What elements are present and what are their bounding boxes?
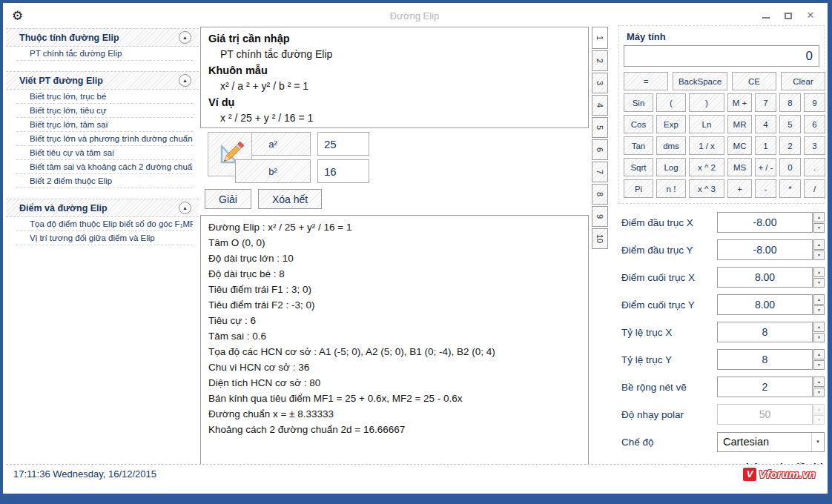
setting-value-input[interactable]: 8 (717, 349, 813, 370)
mode-select[interactable]: Cartesian ▼ (717, 432, 825, 452)
calc-button[interactable]: Exp (656, 115, 686, 133)
results-panel[interactable]: Đường Elip : x² / 25 + y² / 16 = 1Tâm O … (200, 215, 589, 477)
calc-button[interactable]: 0 (779, 158, 801, 176)
calc-button[interactable]: Log (656, 158, 686, 176)
calc-button[interactable]: 2 (779, 136, 801, 155)
calc-button[interactable]: ) (689, 93, 724, 112)
setting-value-input[interactable]: 8 (717, 322, 813, 342)
sidebar-section-header[interactable]: Viết PT đường Elip ▲ (6, 71, 199, 90)
calc-button[interactable]: M + (727, 93, 752, 112)
calc-button[interactable]: . (804, 158, 825, 176)
spin-down-icon[interactable]: ▼ (813, 333, 825, 343)
calc-button[interactable]: 4 (755, 115, 776, 133)
sidebar-item[interactable]: Tọa độ điểm thuộc Elip biết số đo góc F₁… (16, 217, 193, 231)
setting-value-input[interactable]: 50 (717, 404, 813, 425)
calc-button[interactable]: Ln (689, 115, 724, 133)
sidebar-item[interactable]: Biết trục lớn, tiêu cự (16, 104, 193, 118)
a-squared-input[interactable] (317, 132, 369, 156)
calc-button[interactable]: BackSpace (673, 72, 727, 90)
spin-up-icon[interactable]: ▲ (813, 349, 825, 359)
calc-button[interactable]: 7 (755, 93, 776, 112)
spin-up-icon[interactable]: ▲ (813, 294, 825, 305)
calc-button[interactable]: 8 (779, 93, 801, 112)
page-tab[interactable]: 7 (592, 162, 608, 182)
calc-button[interactable]: = (624, 72, 668, 90)
spin-down-icon[interactable]: ▼ (813, 278, 825, 288)
page-tab[interactable]: 8 (592, 184, 608, 205)
sidebar-item[interactable]: PT chính tắc đường Elip (16, 47, 193, 61)
calc-button[interactable]: MS (727, 158, 752, 176)
sidebar-item[interactable]: Biết trục lớn và phương trình đường chuẩ… (16, 132, 193, 146)
spin-up-icon[interactable]: ▲ (813, 212, 825, 222)
sidebar-item[interactable]: Biết tâm sai và khoảng cách 2 đường chuẩ… (16, 160, 193, 174)
spin-down-icon[interactable]: ▼ (813, 251, 825, 261)
sidebar-item[interactable]: Biết trục lớn, trục bé (16, 90, 193, 104)
solve-button[interactable]: Giải (205, 189, 251, 209)
calc-button[interactable]: 1 / x (689, 136, 724, 155)
spin-up-icon[interactable]: ▲ (813, 404, 825, 414)
calc-button[interactable]: MC (727, 136, 752, 155)
calc-button[interactable]: CE (732, 72, 776, 90)
calc-button[interactable]: n ! (656, 179, 686, 198)
calc-button[interactable]: Tan (624, 136, 653, 155)
setting-value-input[interactable]: -8.00 (717, 212, 813, 233)
sidebar-item[interactable]: Vị trí tương đối giữa điểm và Elip (16, 231, 193, 245)
calc-button[interactable]: Pi (624, 179, 653, 198)
calc-button[interactable]: 5 (779, 115, 801, 133)
calc-button[interactable]: MR (727, 115, 752, 133)
calc-button[interactable]: x ^ 3 (689, 179, 724, 198)
spin-down-icon[interactable]: ▼ (813, 223, 825, 233)
spin-up-icon[interactable]: ▲ (813, 377, 825, 387)
spin-up-icon[interactable]: ▲ (813, 322, 825, 332)
spinner: ▲ ▼ (813, 377, 825, 397)
calc-button[interactable]: ( (656, 93, 686, 112)
calc-button[interactable]: - (755, 179, 776, 198)
spin-down-icon[interactable]: ▼ (813, 360, 825, 371)
calc-button[interactable]: + / - (755, 158, 776, 176)
page-tab[interactable]: 2 (592, 50, 608, 71)
setting-value-input[interactable]: 2 (717, 377, 813, 397)
spin-up-icon[interactable]: ▲ (813, 239, 825, 250)
calc-button[interactable]: Sin (624, 93, 653, 112)
page-tab[interactable]: 4 (592, 95, 608, 116)
calc-button[interactable]: / (804, 179, 825, 198)
collapse-toggle-button[interactable]: ▲ (179, 202, 191, 214)
calc-button[interactable]: * (779, 179, 801, 198)
maximize-button[interactable] (783, 10, 793, 21)
spin-up-icon[interactable]: ▲ (813, 267, 825, 277)
page-tab[interactable]: 10 (592, 228, 608, 249)
calc-button[interactable]: + (727, 179, 752, 198)
page-tab[interactable]: 1 (592, 27, 608, 49)
calc-button[interactable]: 1 (755, 136, 776, 155)
clear-all-button[interactable]: Xóa hết (258, 189, 322, 209)
sidebar-section-header[interactable]: Thuộc tính đường Elip ▲ (6, 28, 199, 47)
spin-down-icon[interactable]: ▼ (813, 415, 825, 425)
minimize-button[interactable] (761, 10, 771, 21)
collapse-toggle-button[interactable]: ▲ (179, 74, 191, 87)
spin-down-icon[interactable]: ▼ (813, 388, 825, 398)
close-button[interactable]: ✕ (805, 10, 816, 21)
page-tab[interactable]: 6 (592, 139, 608, 160)
b-squared-input[interactable] (317, 159, 369, 183)
collapse-toggle-button[interactable]: ▲ (179, 31, 191, 44)
calc-button[interactable]: dms (656, 136, 686, 155)
setting-value-input[interactable]: -8.00 (717, 239, 813, 260)
calc-button[interactable]: 9 (804, 93, 825, 112)
sidebar-item[interactable]: Biết tiêu cự và tâm sai (16, 146, 193, 160)
setting-value-input[interactable]: 8.00 (717, 294, 813, 315)
calc-button[interactable]: x ^ 2 (689, 158, 724, 176)
calc-button[interactable]: 6 (804, 115, 825, 133)
setting-value-input[interactable]: 8.00 (717, 267, 813, 288)
spin-down-icon[interactable]: ▼ (813, 305, 825, 316)
calc-button[interactable]: Sqrt (624, 158, 653, 176)
page-tab[interactable]: 3 (592, 73, 608, 93)
calc-button[interactable]: Clear (781, 72, 825, 90)
page-tab[interactable]: 9 (592, 206, 608, 227)
calculator-display[interactable] (624, 45, 819, 67)
sidebar-item[interactable]: Biết trục lớn, tâm sai (16, 118, 193, 132)
sidebar-section-header[interactable]: Điểm và đường Elip ▲ (6, 199, 199, 217)
calc-button[interactable]: Cos (624, 115, 653, 133)
sidebar-item[interactable]: Biết 2 điểm thuộc Elip (16, 174, 193, 188)
calc-button[interactable]: 3 (804, 136, 825, 155)
page-tab[interactable]: 5 (592, 117, 608, 138)
